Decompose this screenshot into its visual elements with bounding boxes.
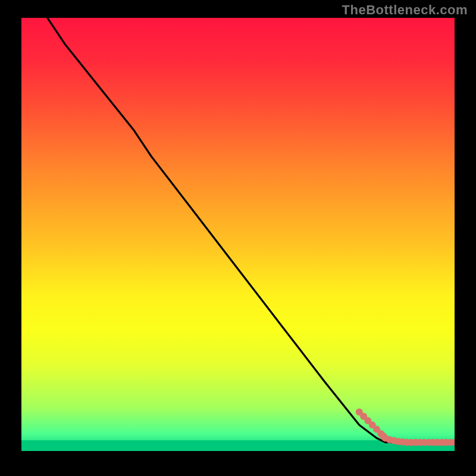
curve-layer: [48, 18, 455, 442]
overlay-svg: [21, 18, 455, 451]
scatter-layer: [356, 409, 455, 446]
chart-frame: TheBottleneck.com: [0, 0, 476, 476]
bottleneck-curve: [48, 18, 455, 442]
watermark-label: TheBottleneck.com: [342, 2, 468, 18]
plot-area: [21, 18, 455, 451]
